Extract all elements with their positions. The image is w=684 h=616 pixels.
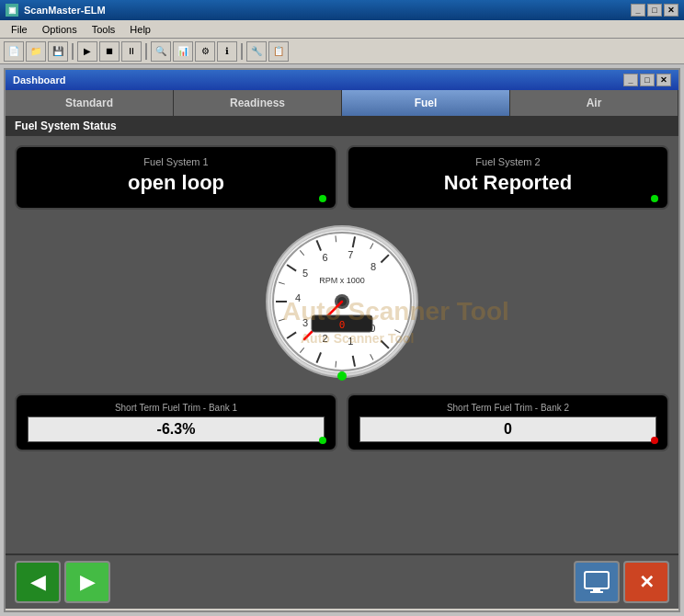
fuel-box-1: Fuel System 1 open loop: [15, 145, 337, 210]
menu-options[interactable]: Options: [35, 22, 85, 37]
nav-left: ◀ ▶: [15, 561, 110, 603]
dash-close[interactable]: ✕: [656, 74, 671, 86]
dashboard-title: Dashboard: [13, 74, 65, 86]
svg-text:2: 2: [323, 333, 328, 344]
trim-bank1-label: Short Term Fuel Trim - Bank 1: [28, 403, 325, 413]
nav-forward-button[interactable]: ▶: [64, 561, 110, 603]
toolbar-btn-7[interactable]: 🔍: [151, 41, 171, 62]
toolbar: 📄 📁 💾 ▶ ⏹ ⏸ 🔍 📊 ⚙ ℹ 🔧 📋: [0, 39, 684, 64]
toolbar-btn-8[interactable]: 📊: [173, 41, 193, 62]
trim-bank1-input: [28, 416, 325, 442]
main-content: Fuel System 1 open loop Fuel System 2 No…: [6, 136, 678, 553]
toolbar-btn-6[interactable]: ⏸: [121, 41, 142, 62]
toolbar-sep-3: [241, 43, 243, 60]
outer-titlebar: ▣ ScanMaster-ELM _ □ ✕: [0, 0, 684, 20]
trim-bank2-input: [359, 416, 656, 442]
fuel-box-1-indicator: [319, 195, 326, 202]
trim-row: Short Term Fuel Trim - Bank 1 Short Term…: [15, 394, 669, 451]
trim-box-bank1: Short Term Fuel Trim - Bank 1: [15, 394, 337, 451]
svg-text:6: 6: [323, 252, 328, 263]
svg-text:0: 0: [339, 319, 346, 331]
svg-text:3: 3: [302, 317, 308, 328]
svg-text:4: 4: [295, 292, 301, 303]
tab-fuel[interactable]: Fuel: [342, 90, 510, 116]
svg-text:7: 7: [348, 249, 353, 260]
dash-maximize[interactable]: □: [640, 74, 655, 86]
svg-line-25: [336, 361, 336, 368]
gauge-indicator-dot: [337, 371, 347, 381]
dashboard-window: Dashboard _ □ ✕ Standard Readiness Fuel …: [4, 68, 680, 612]
fuel-box-2: Fuel System 2 Not Reported: [347, 145, 669, 210]
outer-window-controls: _ □ ✕: [631, 4, 678, 17]
fuel-box-1-value: open loop: [30, 171, 322, 195]
toolbar-btn-3[interactable]: 💾: [48, 41, 68, 62]
toolbar-btn-5[interactable]: ⏹: [99, 41, 120, 62]
tab-readiness[interactable]: Readiness: [174, 90, 342, 116]
nav-back-button[interactable]: ◀: [15, 561, 61, 603]
svg-rect-39: [593, 588, 600, 591]
app-icon: ▣: [6, 4, 18, 17]
menu-help[interactable]: Help: [122, 22, 158, 37]
toolbar-btn-4[interactable]: ▶: [77, 41, 97, 62]
section-header: Fuel System Status: [6, 116, 678, 136]
toolbar-btn-11[interactable]: 🔧: [246, 41, 267, 62]
toolbar-btn-9[interactable]: ⚙: [195, 41, 215, 62]
fuel-status-row: Fuel System 1 open loop Fuel System 2 No…: [15, 145, 669, 210]
tab-standard[interactable]: Standard: [6, 90, 174, 116]
dashboard-titlebar: Dashboard _ □ ✕: [6, 70, 678, 90]
dash-minimize[interactable]: _: [623, 74, 638, 86]
monitor-button[interactable]: [574, 561, 620, 603]
nav-bar: ◀ ▶ ✕: [6, 553, 678, 609]
section-header-text: Fuel System Status: [15, 120, 117, 132]
fuel-box-2-value: Not Reported: [362, 171, 654, 195]
fuel-box-1-label: Fuel System 1: [30, 156, 322, 167]
toolbar-btn-12[interactable]: 📋: [268, 41, 289, 62]
tabs-bar: Standard Readiness Fuel Air: [6, 90, 678, 116]
svg-text:RPM x 1000: RPM x 1000: [319, 276, 365, 285]
menubar: File Options Tools Help: [0, 20, 684, 39]
nav-forward-icon: ▶: [80, 570, 96, 594]
close-button[interactable]: ✕: [623, 561, 669, 603]
trim-bank2-indicator: [651, 437, 658, 444]
toolbar-btn-1[interactable]: 📄: [4, 41, 24, 62]
svg-text:8: 8: [370, 261, 376, 272]
fuel-box-2-indicator: [651, 195, 658, 202]
dashboard-win-controls: _ □ ✕: [623, 74, 671, 86]
app-title: ScanMaster-ELM: [24, 5, 106, 16]
toolbar-btn-10[interactable]: ℹ: [217, 41, 237, 62]
tab-air[interactable]: Air: [510, 90, 678, 116]
toolbar-sep-1: [72, 43, 74, 60]
inner-content: Fuel System 1 open loop Fuel System 2 No…: [6, 136, 678, 609]
trim-bank2-label: Short Term Fuel Trim - Bank 2: [359, 403, 656, 413]
svg-text:5: 5: [302, 268, 308, 279]
close-outer-button[interactable]: ✕: [664, 4, 678, 17]
svg-rect-40: [590, 591, 603, 593]
nav-back-icon: ◀: [30, 570, 46, 594]
close-icon: ✕: [639, 571, 655, 593]
gauge-area: Auto Scanner Tool Auto Scanner Tool: [15, 219, 669, 384]
trim-bank1-indicator: [319, 437, 326, 444]
menu-file[interactable]: File: [4, 22, 35, 37]
tachometer-gauge: 0 1 2 3 4: [264, 223, 420, 380]
nav-right: ✕: [574, 561, 669, 603]
svg-text:1: 1: [348, 336, 353, 347]
monitor-icon: [584, 571, 610, 593]
menu-tools[interactable]: Tools: [85, 22, 123, 37]
trim-box-bank2: Short Term Fuel Trim - Bank 2: [347, 394, 669, 451]
toolbar-sep-2: [145, 43, 147, 60]
svg-line-30: [336, 235, 336, 242]
toolbar-btn-2[interactable]: 📁: [26, 41, 46, 62]
svg-rect-38: [585, 572, 609, 588]
fuel-box-2-label: Fuel System 2: [362, 156, 654, 167]
maximize-button[interactable]: □: [647, 4, 662, 17]
minimize-button[interactable]: _: [631, 4, 645, 17]
